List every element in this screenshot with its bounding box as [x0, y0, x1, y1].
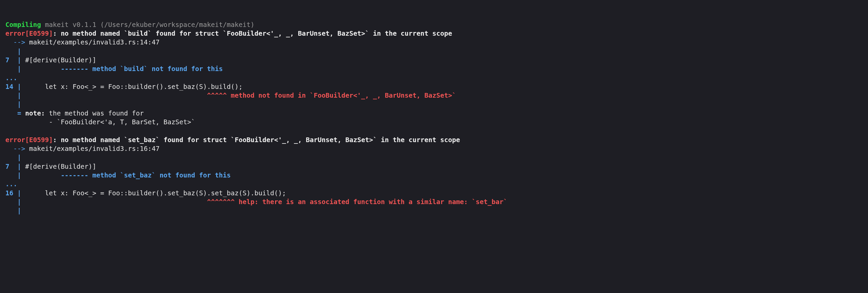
gutter-pipe: |	[5, 207, 25, 214]
error-line: error[E0599]: no method named `build` fo…	[5, 30, 452, 37]
error-msg-mid: ` found for struct `	[148, 30, 227, 37]
error-msg-pre: no method named `	[61, 30, 128, 37]
caret-marks: ^^^^^^^	[207, 198, 235, 206]
error-code: [E0599]	[25, 136, 53, 144]
error-struct: FooBuilder<'_, _, BarUnset, BazSet>	[235, 136, 373, 144]
source-code: let x: Foo<_> = Foo::builder().set_baz(S…	[25, 189, 286, 197]
underline-msg: method `set_baz` not found for this	[89, 171, 231, 179]
error-msg-pre: no method named `	[61, 136, 128, 144]
underline-line: | ------- method `set_baz` not found for…	[5, 171, 230, 179]
underline-msg: method `build` not found for this	[89, 65, 223, 73]
note-item-gutter: -	[5, 118, 57, 126]
source-line-7: 7 | #[derive(Builder)]	[5, 56, 96, 64]
error-msg-mid: ` found for struct `	[156, 136, 235, 144]
file-location: makeit/examples/invalid3.rs:14:47	[29, 38, 159, 46]
arrow-icon: -->	[5, 38, 29, 46]
ellipsis: ...	[5, 74, 17, 82]
error-word: error	[5, 136, 25, 144]
gutter-pipe: |	[5, 153, 25, 161]
error-code: [E0599]	[25, 30, 53, 37]
gutter-pad: |	[5, 171, 61, 179]
caret-msg: method not found in `FooBuilder<'_, _, B…	[226, 92, 456, 99]
note-label: note:	[25, 110, 49, 117]
caret-pad: |	[5, 92, 207, 99]
line-number: 14	[5, 83, 13, 91]
note-text: the method was found for	[49, 110, 144, 117]
note-gutter: =	[5, 110, 25, 117]
ellipsis: ...	[5, 180, 17, 188]
error-colon: :	[53, 136, 61, 144]
gutter-pad: |	[5, 65, 61, 73]
source-code: #[derive(Builder)]	[25, 163, 96, 170]
source-code: let x: Foo<_> = Foo::builder().set_baz(S…	[25, 83, 243, 91]
underline-dash: -------	[61, 171, 88, 179]
truncated-line: Compiling makeit v0.1.1 (/Users/ekuber/w…	[5, 21, 254, 29]
line-number: 16	[5, 189, 13, 197]
gutter-pipe: |	[13, 163, 25, 170]
caret-line: | ^^^^^ method not found in `FooBuilder<…	[5, 92, 456, 99]
terminal-output[interactable]: Compiling makeit v0.1.1 (/Users/ekuber/w…	[5, 21, 863, 215]
source-line-7: 7 | #[derive(Builder)]	[5, 163, 96, 170]
arrow-icon: -->	[5, 145, 29, 152]
source-line-14: 14 | let x: Foo<_> = Foo::builder().set_…	[5, 83, 242, 91]
gutter-pipe: |	[13, 56, 25, 64]
source-code: #[derive(Builder)]	[25, 56, 96, 64]
underline-line: | ------- method `build` not found for t…	[5, 65, 223, 73]
gutter-pipe: |	[13, 189, 25, 197]
location-line: --> makeit/examples/invalid3.rs:16:47	[5, 145, 160, 152]
error-colon: :	[53, 30, 61, 37]
gutter-pipe: |	[5, 48, 25, 55]
error-method: build	[128, 30, 148, 37]
compiling-rest: makeit v0.1.1 (/Users/ekuber/workspace/m…	[41, 21, 254, 29]
underline-dash: -------	[61, 65, 88, 73]
error-method: set_baz	[128, 136, 156, 144]
caret-line: | ^^^^^^^ help: there is an associated f…	[5, 198, 507, 206]
compiling-label: Compiling	[5, 21, 41, 29]
blank-line	[5, 127, 9, 135]
caret-marks: ^^^^^	[207, 92, 227, 99]
line-number: 7	[5, 56, 13, 64]
caret-help-msg: help: there is an associated function wi…	[235, 198, 507, 206]
location-line: --> makeit/examples/invalid3.rs:14:47	[5, 38, 160, 46]
file-location: makeit/examples/invalid3.rs:16:47	[29, 145, 159, 152]
line-number: 7	[5, 163, 13, 170]
source-line-16: 16 | let x: Foo<_> = Foo::builder().set_…	[5, 189, 286, 197]
error-struct: FooBuilder<'_, _, BarUnset, BazSet>	[226, 30, 365, 37]
note-item-line: - `FooBuilder<'a, T, BarSet, BazSet>`	[5, 118, 195, 126]
caret-pad: |	[5, 198, 207, 206]
error-msg-post: ` in the current scope	[365, 30, 452, 37]
error-msg-post: ` in the current scope	[373, 136, 460, 144]
error-word: error	[5, 30, 25, 37]
gutter-pipe: |	[13, 83, 25, 91]
gutter-pipe: |	[5, 100, 25, 108]
note-line: = note: the method was found for	[5, 110, 144, 117]
note-item: `FooBuilder<'a, T, BarSet, BazSet>`	[57, 118, 195, 126]
error-line: error[E0599]: no method named `set_baz` …	[5, 136, 460, 144]
